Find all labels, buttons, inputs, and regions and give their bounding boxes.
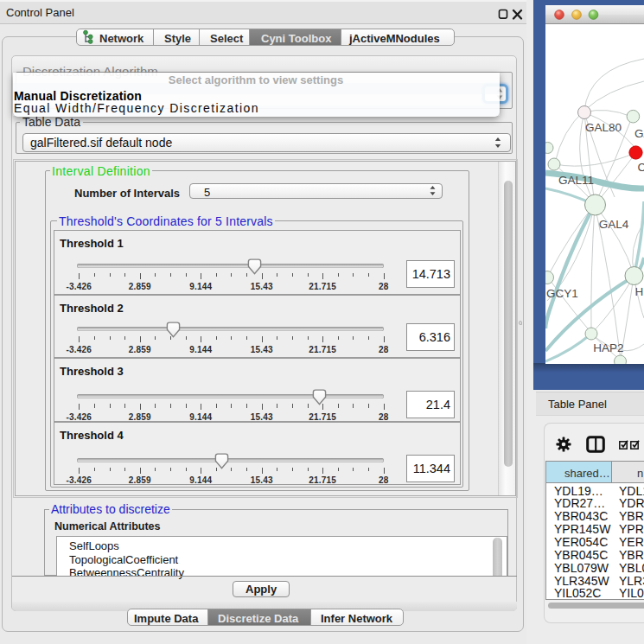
svg-text:GAL80: GAL80 bbox=[585, 121, 622, 134]
svg-text:CD: CD bbox=[638, 161, 644, 174]
svg-text:H: H bbox=[635, 285, 644, 298]
svg-text:GAL11: GAL11 bbox=[558, 174, 594, 187]
svg-text:GAL4: GAL4 bbox=[599, 218, 629, 231]
svg-text:HAP2: HAP2 bbox=[593, 341, 623, 354]
svg-text:GCY1: GCY1 bbox=[546, 287, 578, 300]
svg-text:GA: GA bbox=[634, 127, 644, 140]
